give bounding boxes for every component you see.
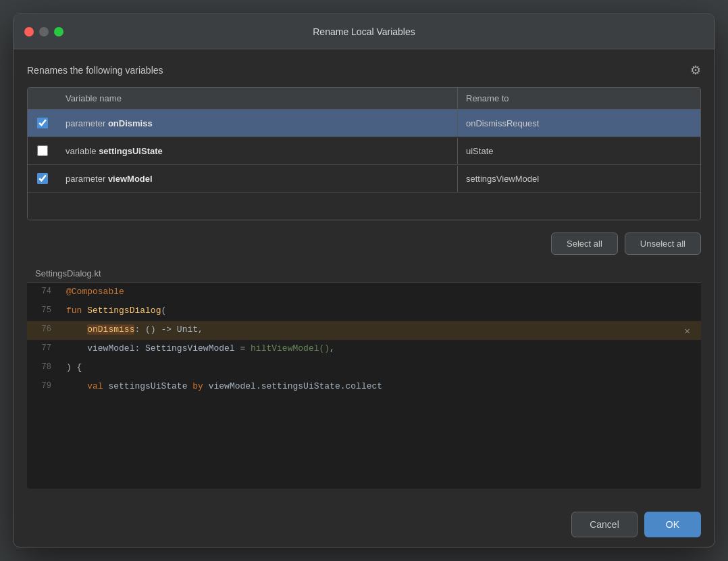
paren-open: ( [161,306,166,316]
table-header: Variable name Rename to [28,88,700,109]
row-3-varname: parameter viewModel [57,166,457,192]
closing-paren: ) { [66,362,82,372]
param-ondismiss: onDismiss [87,324,134,335]
subtitle-text: Renames the following variables [27,65,163,76]
code-line-75: 75 fun SettingsDialog( [27,302,701,321]
table-row: parameter viewModel settingsViewModel [28,165,700,193]
row-2-varname: variable settingsUiState [57,138,457,164]
row-2-bold-name: settingsUiState [99,146,163,156]
code-line-79: 79 val settingsUiState by viewModel.sett… [27,378,701,397]
select-all-button[interactable]: Select all [551,233,618,255]
header-check-col [28,88,57,109]
row-1-varname: parameter onDismiss [57,110,457,137]
line-content-78: ) { [61,359,701,376]
row-3-rename: settingsViewModel [457,166,700,192]
line-content-75: fun SettingsDialog( [61,302,701,319]
code-section: SettingsDialog.kt 74 @Composable 75 fun … [27,264,701,489]
action-buttons: Select all Unselect all [27,233,701,255]
keyword-by: by [192,381,208,391]
close-highlight-button[interactable]: ✕ [685,325,690,337]
code-line-76: 76 onDismiss: () -> Unit, ✕ [27,321,701,340]
header-row: Renames the following variables ⚙ [27,63,701,78]
table-row: variable settingsUiState uiState [28,137,700,165]
keyword-val: val [87,381,108,391]
row-3-check[interactable] [28,165,57,192]
header-rename-to: Rename to [457,88,700,109]
dialog-body: Renames the following variables ⚙ Variab… [14,49,714,502]
line-content-79: val settingsUiState by viewModel.setting… [61,378,701,395]
row-2-keyword: variable [66,146,99,156]
row-1-keyword: parameter [66,118,108,128]
row-1-checkbox[interactable] [37,118,48,128]
code-line-74: 74 @Composable [27,283,701,302]
annotation-composable: @Composable [66,287,124,297]
maximize-window-button[interactable] [54,27,63,36]
row-3-checkbox[interactable] [37,173,48,184]
variables-table: Variable name Rename to parameter onDism… [27,87,701,220]
line-number-79: 79 [27,378,61,394]
close-window-button[interactable] [24,27,34,36]
code-area: 74 @Composable 75 fun SettingsDialog( 76… [27,283,701,489]
code-filename: SettingsDialog.kt [27,264,701,283]
ok-button[interactable]: OK [644,512,701,537]
minimize-window-button[interactable] [39,27,49,36]
row-2-check[interactable] [28,137,57,164]
row-1-check[interactable] [28,109,57,137]
cancel-button[interactable]: Cancel [571,512,638,537]
table-row: parameter onDismiss onDismissRequest [28,109,700,137]
title-bar: Rename Local Variables [14,14,714,49]
hilt-viewmodel: hiltViewModel() [251,343,330,353]
viewmodel-collect: viewModel.settingsUiState.collect [209,381,382,391]
viewmodel-param: viewModel: SettingsViewModel = [87,343,251,353]
row-2-checkbox[interactable] [37,145,48,156]
row-2-rename: uiState [457,138,700,164]
table-empty-row [28,193,700,220]
line-content-76: onDismiss: () -> Unit, [61,321,701,338]
code-line-78: 78 ) { [27,359,701,378]
header-variable-name: Variable name [57,88,457,109]
row-1-rename: onDismissRequest [457,110,700,137]
line-number-77: 77 [27,340,61,356]
comma-77: , [330,343,335,353]
line-number-75: 75 [27,302,61,318]
row-1-bold-name: onDismiss [108,118,153,128]
row-3-keyword: parameter [66,174,108,184]
window-controls [24,27,63,36]
row-3-bold-name: viewModel [108,174,153,184]
line-content-74: @Composable [61,283,701,300]
footer-buttons: Cancel OK [14,502,714,547]
line-number-78: 78 [27,359,61,375]
ondismiss-type: : () -> Unit, [134,324,203,335]
line-number-76: 76 [27,321,61,337]
unselect-all-button[interactable]: Unselect all [625,233,701,255]
code-line-77: 77 viewModel: SettingsViewModel = hiltVi… [27,340,701,359]
function-name: SettingsDialog [87,306,161,316]
settings-gear-icon[interactable]: ⚙ [690,63,701,78]
keyword-fun: fun [66,306,87,316]
line-content-77: viewModel: SettingsViewModel = hiltViewM… [61,340,701,357]
dialog-title: Rename Local Variables [313,26,415,37]
settings-ui-state-var: settingsUiState [108,381,192,391]
rename-dialog: Rename Local Variables Renames the follo… [13,14,715,547]
line-number-74: 74 [27,283,61,299]
